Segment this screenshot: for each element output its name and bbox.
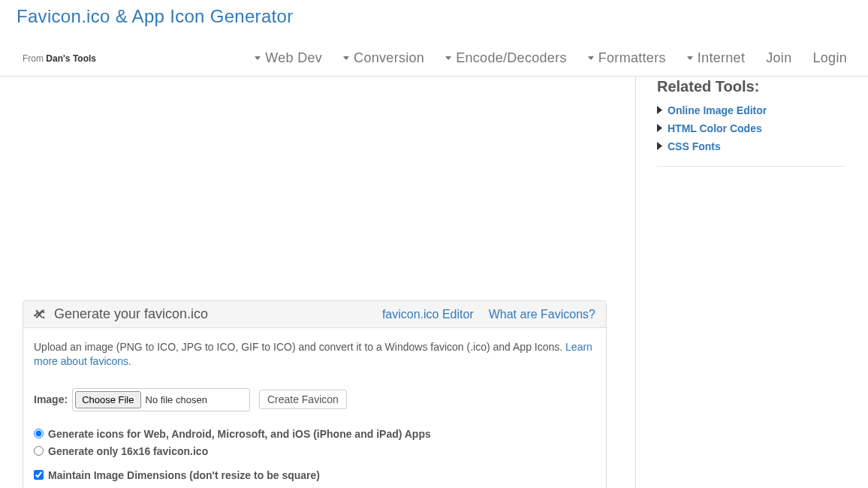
generate-panel: Generate your favicon.ico favicon.ico Ed… (23, 300, 607, 488)
caret-down-icon (343, 56, 349, 60)
favicon-editor-link[interactable]: favicon.ico Editor (382, 308, 474, 321)
related-link-image-editor[interactable]: Online Image Editor (668, 104, 767, 116)
panel-title: Generate your favicon.ico (54, 306, 208, 322)
related-tools-heading: Related Tools: (657, 78, 868, 95)
chevron-right-icon (657, 104, 662, 116)
caret-down-icon (588, 56, 594, 60)
nav-item-webdev[interactable]: Web Dev (244, 41, 333, 76)
nav-label: Internet (698, 50, 745, 66)
image-form-row: Image: Choose File No file chosen Create… (34, 388, 595, 411)
caret-down-icon (687, 56, 693, 60)
choose-file-button[interactable]: Choose File (75, 391, 140, 408)
nav-item-internet[interactable]: Internet (677, 41, 755, 76)
nav-item-encode[interactable]: Encode/Decoders (435, 41, 577, 76)
panel-header: Generate your favicon.ico favicon.ico Ed… (23, 301, 606, 328)
related-item-css-fonts: CSS Fonts (657, 140, 868, 152)
chevron-right-icon (657, 140, 662, 152)
caret-down-icon (255, 56, 261, 60)
from-label[interactable]: From Dan's Tools (23, 53, 96, 64)
related-item-html-colors: HTML Color Codes (657, 122, 868, 134)
nav-bar: From Dan's Tools Web Dev Conversion Enco… (0, 41, 868, 77)
file-status-text: No file chosen (146, 394, 245, 405)
nav-links: Web Dev Conversion Encode/Decoders Forma… (244, 41, 857, 76)
upload-description: Upload an image (PNG to ICO, JPG to ICO,… (34, 340, 595, 369)
chevron-right-icon (657, 122, 662, 134)
nav-label: Encode/Decoders (456, 50, 567, 66)
option-row-all-icons: Generate icons for Web, Android, Microso… (34, 428, 595, 440)
caret-down-icon (445, 56, 451, 60)
shuffle-icon (34, 309, 45, 321)
radio-16x16[interactable] (34, 446, 44, 456)
radio-16x16-label[interactable]: Generate only 16x16 favicon.ico (48, 445, 208, 457)
from-prefix: From (23, 53, 46, 64)
option-row-maintain-dims: Maintain Image Dimensions (don't resize … (34, 469, 595, 481)
related-link-html-colors[interactable]: HTML Color Codes (668, 122, 762, 134)
related-link-css-fonts[interactable]: CSS Fonts (668, 140, 721, 152)
what-are-favicons-link[interactable]: What are Favicons? (489, 308, 595, 321)
file-input-wrapper[interactable]: Choose File No file chosen (72, 388, 250, 411)
checkbox-maintain-dims[interactable] (34, 470, 44, 480)
create-favicon-button[interactable]: Create Favicon (259, 390, 347, 409)
nav-label: Join (766, 50, 791, 66)
nav-item-login[interactable]: Login (802, 41, 857, 76)
from-name: Dan's Tools (46, 53, 96, 64)
period: . (128, 355, 131, 367)
radio-all-icons[interactable] (34, 429, 44, 438)
nav-item-join[interactable]: Join (755, 41, 802, 76)
panel-body: Upload an image (PNG to ICO, JPG to ICO,… (23, 328, 606, 488)
nav-label: Login (812, 50, 847, 66)
option-row-16x16: Generate only 16x16 favicon.ico (34, 445, 595, 457)
nav-label: Formatters (598, 50, 666, 66)
nav-item-conversion[interactable]: Conversion (333, 41, 435, 76)
nav-item-formatters[interactable]: Formatters (577, 41, 677, 76)
related-divider (657, 166, 845, 167)
nav-label: Web Dev (265, 50, 322, 66)
image-label: Image: (34, 393, 68, 405)
radio-all-icons-label[interactable]: Generate icons for Web, Android, Microso… (48, 428, 431, 440)
checkbox-maintain-dims-label[interactable]: Maintain Image Dimensions (don't resize … (48, 469, 320, 481)
related-item-image-editor: Online Image Editor (657, 104, 868, 116)
site-title[interactable]: Favicon.ico & App Icon Generator (17, 6, 851, 27)
upload-text-main: Upload an image (PNG to ICO, JPG to ICO,… (34, 341, 565, 353)
nav-label: Conversion (354, 50, 424, 66)
related-tools-list: Online Image Editor HTML Color Codes CSS… (657, 104, 868, 152)
